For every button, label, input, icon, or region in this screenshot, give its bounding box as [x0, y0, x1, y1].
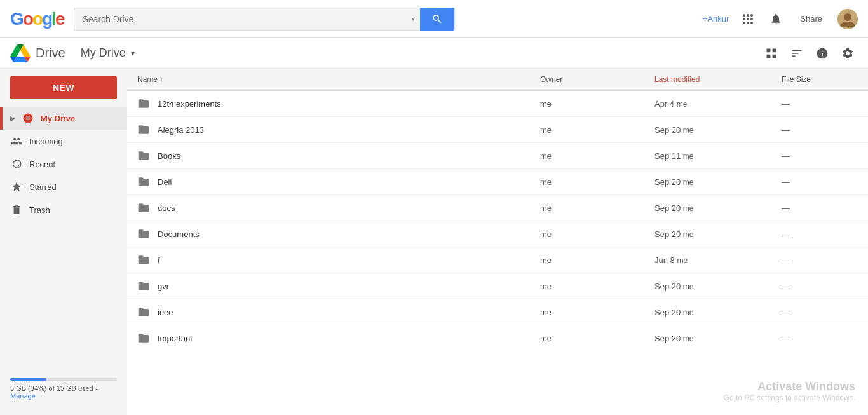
folder-icon [137, 280, 150, 292]
file-modified: Sep 20 me [654, 177, 782, 187]
table-row[interactable]: docs me Sep 20 me — [127, 195, 868, 221]
file-name: gvr [158, 282, 169, 291]
sort-arrow-icon: ↑ [160, 76, 163, 83]
file-name: Important [158, 334, 193, 343]
drive-logo: Drive [10, 44, 65, 62]
file-modified: Sep 11 me [654, 151, 782, 161]
search-input[interactable] [74, 14, 407, 24]
breadcrumb-dropdown-arrow[interactable]: ▾ [131, 49, 135, 58]
folder-icon [137, 97, 150, 110]
file-size: — [782, 334, 858, 343]
file-name: Books [158, 151, 180, 161]
sidebar-item-trash[interactable]: Trash [0, 198, 127, 221]
logo-e-red: e [55, 9, 64, 29]
gear-icon [841, 47, 854, 60]
folder-icon [137, 254, 150, 266]
grid-dots-icon [743, 14, 753, 24]
notifications-button[interactable] [767, 10, 785, 28]
file-owner: me [540, 151, 654, 161]
sidebar-item-incoming[interactable]: Incoming [0, 130, 127, 153]
grid-view-icon [765, 47, 778, 60]
file-modified: Sep 20 me [654, 282, 782, 291]
table-row[interactable]: 12th experiments me Apr 4 me — [127, 91, 868, 117]
storage-section: 5 GB (34%) of 15 GB used - Manage [0, 367, 127, 407]
file-modified: Sep 20 me [654, 203, 782, 213]
drive-app-title: Drive [36, 46, 65, 60]
table-row[interactable]: Important me Sep 20 me — [127, 325, 868, 351]
file-owner: me [540, 125, 654, 135]
table-row[interactable]: Documents me Sep 20 me — [127, 221, 868, 247]
breadcrumb: My Drive ▾ [81, 46, 135, 60]
file-size: — [782, 282, 858, 291]
share-button[interactable]: Share [795, 11, 827, 26]
sidebar-item-my-drive[interactable]: ▶ My Drive [0, 107, 127, 130]
file-size: — [782, 125, 858, 135]
file-list: 12th experiments me Apr 4 me — Alegria 2… [127, 91, 868, 351]
secondary-bar: Drive My Drive ▾ [0, 38, 868, 69]
file-size: — [782, 177, 858, 187]
file-owner: me [540, 177, 654, 187]
table-row[interactable]: ieee me Sep 20 me — [127, 299, 868, 325]
topbar-right: +Ankur Share [703, 9, 858, 29]
sidebar-item-starred[interactable]: Starred [0, 175, 127, 198]
file-owner: me [540, 255, 654, 265]
file-name: f [158, 255, 160, 265]
logo-g-blue2: g [42, 9, 51, 29]
manage-link[interactable]: Manage [10, 392, 36, 400]
folder-icon [137, 306, 150, 318]
breadcrumb-label[interactable]: My Drive [81, 46, 126, 60]
sort-button[interactable] [787, 43, 807, 64]
storage-text: 5 GB (34%) of 15 GB used - [10, 384, 98, 392]
recent-icon [10, 158, 23, 170]
drive-logo-icon [10, 44, 31, 62]
grid-view-button[interactable] [761, 43, 782, 64]
info-icon [816, 47, 829, 60]
file-modified: Sep 20 me [654, 125, 782, 135]
user-link[interactable]: +Ankur [703, 14, 729, 24]
file-size: — [782, 151, 858, 161]
new-button[interactable]: NEW [10, 76, 117, 99]
folder-icon [137, 175, 150, 188]
file-owner: me [540, 99, 654, 109]
settings-button[interactable] [837, 43, 858, 64]
folder-icon [137, 149, 150, 162]
content-area[interactable]: Name ↑ Owner Last modified File Size 12t… [127, 69, 868, 415]
google-logo: Google [10, 9, 64, 29]
sidebar-item-recent[interactable]: Recent [0, 153, 127, 175]
file-size: — [782, 308, 858, 317]
file-name: docs [158, 203, 175, 213]
file-owner: me [540, 282, 654, 291]
avatar-image [837, 9, 858, 29]
table-row[interactable]: Dell me Sep 20 me — [127, 169, 868, 195]
file-size: — [782, 203, 858, 213]
info-button[interactable] [812, 43, 832, 64]
file-modified: Sep 20 me [654, 334, 782, 343]
table-row[interactable]: Books me Sep 11 me — [127, 143, 868, 169]
folder-icon [137, 228, 150, 240]
expand-icon[interactable]: ▶ [10, 115, 15, 122]
table-row[interactable]: gvr me Sep 20 me — [127, 273, 868, 299]
col-modified-header[interactable]: Last modified [654, 75, 782, 84]
sidebar-item-trash-label: Trash [29, 205, 50, 215]
trash-icon [10, 203, 23, 216]
col-name-label: Name [137, 75, 158, 84]
col-name-header[interactable]: Name ↑ [137, 75, 540, 84]
search-dropdown-arrow[interactable]: ▾ [407, 15, 420, 22]
table-header: Name ↑ Owner Last modified File Size [127, 69, 868, 91]
sidebar-item-starred-label: Starred [29, 182, 57, 192]
avatar[interactable] [837, 9, 858, 29]
file-owner: me [540, 203, 654, 213]
table-row[interactable]: Alegria 2013 me Sep 20 me — [127, 117, 868, 143]
file-name: Alegria 2013 [158, 125, 204, 135]
sidebar-item-incoming-label: Incoming [29, 137, 63, 146]
table-row[interactable]: f me Jun 8 me — [127, 247, 868, 273]
folder-icon [137, 201, 150, 214]
file-name: 12th experiments [158, 99, 221, 109]
bell-icon [770, 13, 782, 25]
main-layout: NEW ▶ My Drive Incoming [0, 69, 868, 415]
search-button[interactable] [420, 8, 454, 31]
apps-grid-button[interactable] [739, 10, 757, 28]
logo-o-red: o [23, 9, 32, 29]
file-modified: Apr 4 me [654, 99, 782, 109]
file-owner: me [540, 334, 654, 343]
